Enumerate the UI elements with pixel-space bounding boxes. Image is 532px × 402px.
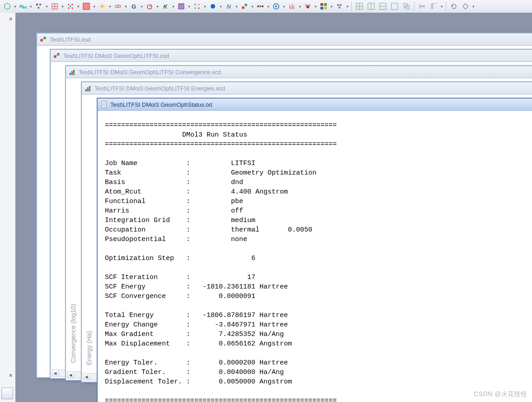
dropdown-icon[interactable]: ▼ (267, 1, 270, 11)
sidebar: ✕ ✕ (0, 13, 16, 402)
sidebar-button[interactable] (1, 388, 13, 399)
svg-point-22 (198, 4, 200, 5)
tool-purple-grid-icon[interactable] (176, 1, 187, 12)
svg-marker-64 (452, 5, 453, 8)
dropdown-icon[interactable]: ▼ (346, 1, 349, 11)
tool-wave-icon[interactable] (18, 1, 28, 12)
svg-rect-62 (431, 4, 433, 9)
tool-align2-icon[interactable] (428, 1, 439, 12)
watermark: CSDN @火花怪怪 (474, 390, 527, 398)
tool-align1-icon[interactable] (417, 1, 428, 12)
tool-spectrum-icon[interactable] (287, 1, 297, 12)
titlebar[interactable]: Test\LITFSI DMol3 GeomOpt\LITFSI Converg… (66, 66, 532, 78)
svg-point-9 (68, 8, 70, 9)
svg-point-39 (309, 4, 311, 6)
scroll-left-icon[interactable]: ◀ (83, 374, 90, 380)
dropdown-icon[interactable]: ▼ (156, 1, 159, 11)
svg-point-23 (195, 8, 196, 9)
axis-label: Energy (Ha) (85, 331, 93, 365)
titlebar[interactable]: Test\LITFSI.xsd (37, 33, 532, 46)
tool-cluster-icon[interactable] (334, 1, 345, 12)
svg-point-30 (262, 5, 264, 7)
svg-point-26 (242, 6, 245, 9)
dropdown-icon[interactable]: ▼ (314, 1, 317, 11)
dropdown-icon[interactable]: ▼ (14, 1, 17, 11)
tool-N-icon[interactable]: N (223, 1, 234, 12)
tool-chain-icon[interactable] (255, 1, 266, 12)
tool-grid5-icon[interactable] (401, 1, 412, 12)
chart-icon (69, 68, 76, 76)
tool-molecules-icon[interactable] (33, 1, 44, 12)
text-file-icon (100, 101, 108, 108)
molecule-icon (40, 36, 47, 43)
dropdown-icon[interactable]: ▼ (140, 1, 143, 11)
tool-water-icon[interactable] (302, 1, 313, 12)
svg-point-10 (72, 8, 73, 9)
tool-grid4-icon[interactable] (389, 1, 400, 12)
window-status-txt[interactable]: Test\LITFSI DMol3 GeomOpt\Status.txt ===… (97, 98, 532, 402)
tool-diamond-icon[interactable] (460, 1, 471, 12)
scroll-left-icon[interactable]: ◀ (52, 370, 59, 376)
dropdown-icon[interactable]: ▼ (330, 1, 333, 11)
close-icon[interactable]: ✕ (9, 373, 13, 378)
svg-point-28 (257, 5, 259, 7)
tool-benzene-icon[interactable] (2, 1, 13, 12)
titlebar[interactable]: Test\LITFSI DMol3 GeomOpt\Status.txt (98, 99, 532, 111)
dropdown-icon[interactable]: ▼ (61, 1, 64, 11)
dropdown-icon[interactable]: ▼ (108, 1, 112, 11)
titlebar[interactable]: Test\LITFSI DMol3 GeomOpt\LITFSI.xsd (51, 50, 532, 62)
dropdown-icon[interactable]: ▼ (29, 1, 33, 11)
axis-label: Convergence (log10) (70, 304, 77, 363)
tool-bond-icon[interactable] (239, 1, 250, 12)
tool-target-icon[interactable] (271, 1, 282, 12)
tool-blue-sphere-icon[interactable] (207, 1, 218, 12)
tool-dots-icon[interactable] (192, 1, 202, 12)
tool-refresh-icon[interactable] (448, 1, 459, 12)
close-icon[interactable]: ✕ (9, 16, 13, 22)
tool-circles-icon[interactable] (113, 1, 123, 12)
svg-line-71 (56, 55, 57, 56)
dropdown-icon[interactable]: ▼ (282, 1, 286, 11)
dropdown-icon[interactable]: ▼ (77, 1, 80, 11)
tool-K-icon[interactable]: K (160, 1, 171, 12)
dropdown-icon[interactable]: ▼ (124, 1, 127, 11)
dropdown-icon[interactable]: ▼ (235, 1, 238, 11)
svg-point-2 (39, 4, 41, 5)
chart-icon (85, 85, 92, 92)
status-text: ========================================… (98, 111, 532, 402)
dropdown-icon[interactable]: ▼ (298, 1, 301, 11)
svg-rect-12 (83, 3, 89, 9)
dropdown-icon[interactable]: ▼ (251, 1, 254, 11)
svg-marker-65 (463, 4, 468, 9)
svg-point-21 (195, 4, 196, 5)
dropdown-icon[interactable]: ▼ (45, 1, 48, 11)
scroll-left-icon[interactable]: ◀ (67, 372, 74, 378)
molecule-icon (53, 52, 61, 59)
tool-G-icon[interactable]: G (128, 1, 139, 12)
tool-gauge-icon[interactable] (144, 1, 155, 12)
svg-point-25 (211, 4, 215, 9)
tool-grid1-icon[interactable] (354, 1, 365, 12)
svg-line-19 (150, 5, 151, 7)
tool-red-grid-icon[interactable] (81, 1, 92, 12)
dropdown-icon[interactable]: ▼ (93, 1, 96, 11)
dropdown-icon[interactable]: ▼ (440, 1, 443, 11)
svg-rect-72 (70, 73, 71, 75)
svg-rect-73 (71, 71, 73, 75)
titlebar[interactable]: Test\LITFSI DMol3 GeomOpt\LITFSI Energie… (82, 82, 532, 95)
dropdown-icon[interactable]: ▼ (188, 1, 191, 11)
tool-crystal-icon[interactable] (65, 1, 76, 12)
tool-lattice-icon[interactable] (49, 1, 60, 12)
dropdown-icon[interactable]: ▼ (472, 1, 475, 11)
svg-point-7 (68, 4, 70, 5)
tool-grid2-icon[interactable] (366, 1, 377, 12)
tool-grid3-icon[interactable] (377, 1, 388, 12)
tool-star-icon[interactable] (97, 1, 108, 12)
mdi-area: Test\LITFSI.xsd Test\LITFSI DMol3 GeomOp… (15, 13, 532, 402)
tool-palette-icon[interactable] (318, 1, 329, 12)
dropdown-icon[interactable]: ▼ (219, 1, 222, 11)
dropdown-icon[interactable]: ▼ (203, 1, 207, 11)
svg-point-24 (198, 8, 200, 9)
svg-point-38 (305, 4, 307, 6)
dropdown-icon[interactable]: ▼ (172, 1, 175, 11)
